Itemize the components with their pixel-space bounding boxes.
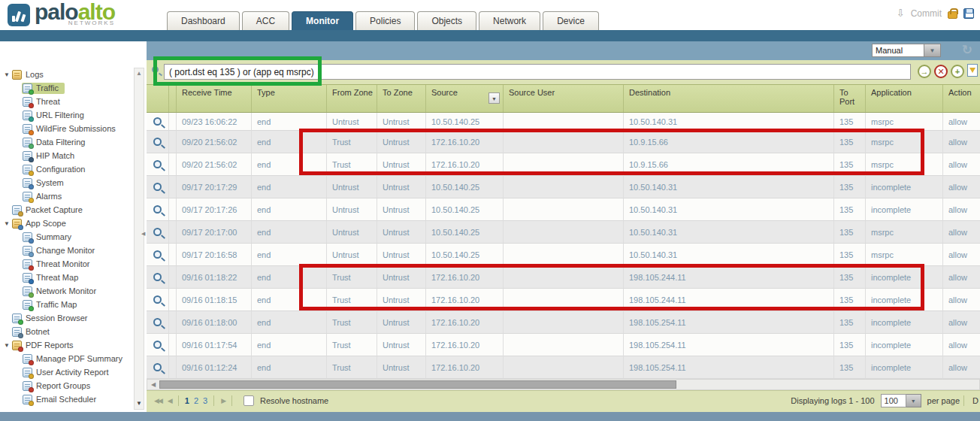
column-header-user[interactable]: Source User	[504, 85, 624, 112]
prev-page-button[interactable]: ◀	[165, 397, 174, 404]
refresh-icon[interactable]: ↻	[962, 42, 972, 58]
sidebar-item-hip-match[interactable]: HIP Match	[0, 149, 134, 162]
sidebar-item-botnet[interactable]: Botnet	[0, 325, 134, 338]
sidebar-item-summary[interactable]: Summary	[0, 230, 134, 244]
sidebar-item-alarms[interactable]: Alarms	[0, 189, 134, 203]
table-row[interactable]: 09/16 01:18:00endTrustUntrust172.16.10.2…	[147, 311, 980, 334]
sidebar-item-logs[interactable]: ▼Logs	[0, 68, 134, 81]
filter-query-input[interactable]	[164, 64, 911, 80]
sidebar-item-threat[interactable]: Threat	[0, 95, 134, 108]
refresh-mode-dropdown[interactable]: Manual ▼	[872, 44, 941, 57]
table-row[interactable]: 09/16 01:18:15endTrustUntrust172.16.10.2…	[147, 289, 980, 311]
tab-monitor[interactable]: Monitor	[292, 11, 353, 30]
add-filter-button[interactable]: +	[951, 65, 964, 78]
tree-expander-icon[interactable]: ▼	[4, 71, 11, 78]
sidebar-item-user-activity-report[interactable]: User Activity Report	[0, 365, 134, 379]
column-header-to[interactable]: To Zone	[377, 85, 426, 112]
table-row[interactable]: 09/17 20:17:26endUntrustUntrust10.50.140…	[147, 198, 980, 221]
sidebar-item-session-browser[interactable]: Session Browser	[0, 311, 134, 325]
sidebar-item-url-filtering[interactable]: URL Filtering	[0, 108, 134, 122]
lock-icon[interactable]	[948, 11, 957, 19]
table-row[interactable]: 09/16 01:18:22endTrustUntrust172.16.10.2…	[147, 266, 980, 289]
log-detail-magnifier-icon[interactable]	[153, 295, 162, 304]
resolve-hostname-checkbox[interactable]	[243, 395, 254, 406]
tab-device[interactable]: Device	[543, 11, 599, 30]
table-row[interactable]: 09/20 21:56:02endTrustUntrust172.16.10.2…	[147, 153, 980, 176]
first-page-button[interactable]: ◀◀	[151, 397, 165, 404]
tab-dashboard[interactable]: Dashboard	[167, 11, 240, 30]
sidebar-item-wildfire-submissions[interactable]: WildFire Submissions	[0, 122, 134, 135]
commit-button[interactable]: Commit	[911, 8, 942, 19]
table-row[interactable]: 09/16 01:12:24endTrustUntrust172.16.10.2…	[147, 356, 980, 379]
sidebar-item-configuration[interactable]: Configuration	[0, 162, 134, 176]
tab-policies[interactable]: Policies	[355, 11, 415, 30]
log-detail-magnifier-icon[interactable]	[153, 363, 162, 371]
scroll-up-icon[interactable]: ▲	[135, 68, 144, 79]
log-detail-magnifier-icon[interactable]	[153, 250, 162, 259]
per-page-value[interactable]: 100	[881, 394, 906, 407]
refresh-mode-value[interactable]: Manual	[872, 44, 924, 57]
log-detail-magnifier-icon[interactable]	[153, 138, 162, 146]
page-link-1[interactable]: 1	[185, 396, 189, 405]
sidebar-item-pdf-reports[interactable]: ▼PDF Reports	[0, 338, 134, 352]
column-header-app[interactable]: Application	[866, 85, 943, 112]
sidebar-item-manage-pdf-summary[interactable]: Manage PDF Summary	[0, 352, 134, 365]
log-detail-magnifier-icon[interactable]	[153, 318, 162, 326]
column-menu-chevron-icon[interactable]: ▼	[488, 92, 500, 104]
save-icon[interactable]	[963, 8, 974, 19]
sidebar-item-change-monitor[interactable]: Change Monitor	[0, 244, 134, 257]
log-detail-magnifier-icon[interactable]	[153, 160, 162, 168]
column-header-action[interactable]: Action	[943, 85, 980, 112]
log-detail-magnifier-icon[interactable]	[153, 205, 162, 214]
log-detail-magnifier-icon[interactable]	[153, 273, 162, 281]
log-detail-magnifier-icon[interactable]	[153, 228, 162, 236]
column-header-src[interactable]: Source▼	[426, 85, 504, 112]
sidebar-item-packet-capture[interactable]: Packet Capture	[0, 203, 134, 217]
sidebar-item-email-scheduler[interactable]: Email Scheduler	[0, 392, 134, 406]
page-link-3[interactable]: 3	[203, 396, 207, 405]
column-header-type[interactable]: Type	[252, 85, 327, 112]
filter-builder-icon[interactable]	[967, 64, 978, 77]
sidebar-collapse-handle[interactable]: ◀	[141, 226, 147, 242]
scrollbar-thumb[interactable]	[159, 380, 676, 389]
table-row[interactable]: 09/17 20:17:00endUntrustUntrust10.50.140…	[147, 221, 980, 244]
sidebar-item-report-groups[interactable]: Report Groups	[0, 379, 134, 392]
column-header-from[interactable]: From Zone	[327, 85, 377, 112]
paloalto-logo: paloalto NETWORKS	[8, 2, 115, 26]
tree-expander-icon[interactable]: ▼	[4, 220, 11, 227]
apply-filter-button[interactable]: →	[918, 65, 931, 78]
per-page-dropdown[interactable]: 100 ▼	[881, 394, 921, 407]
chevron-down-icon[interactable]: ▼	[924, 44, 941, 57]
table-row[interactable]: 09/16 01:17:54endTrustUntrust172.16.10.2…	[147, 334, 980, 356]
column-header-port[interactable]: To Port	[834, 85, 866, 112]
sidebar-item-system[interactable]: System	[0, 176, 134, 189]
sidebar-item-traffic[interactable]: Traffic	[0, 81, 134, 95]
column-header-time[interactable]: Receive Time	[177, 85, 252, 112]
sidebar-item-network-monitor[interactable]: Network Monitor	[0, 284, 134, 298]
table-row[interactable]: 09/20 21:56:02endTrustUntrust172.16.10.2…	[147, 131, 980, 153]
tab-acc[interactable]: ACC	[242, 11, 289, 30]
sidebar-item-app-scope[interactable]: ▼App Scope	[0, 217, 134, 230]
chevron-down-icon[interactable]: ▼	[906, 394, 921, 407]
scroll-down-icon[interactable]: ▼	[135, 398, 144, 409]
sidebar-item-data-filtering[interactable]: Data Filtering	[0, 135, 134, 149]
horizontal-scrollbar[interactable]: ◀	[147, 379, 980, 390]
sidebar-item-threat-monitor[interactable]: Threat Monitor	[0, 257, 134, 271]
tab-objects[interactable]: Objects	[417, 11, 476, 30]
tab-network[interactable]: Network	[479, 11, 540, 30]
sidebar-item-threat-map[interactable]: Threat Map	[0, 271, 134, 284]
clear-filter-button[interactable]: ✕	[934, 65, 948, 78]
scroll-left-icon[interactable]: ◀	[148, 380, 159, 389]
tree-expander-icon[interactable]: ▼	[4, 342, 11, 349]
next-page-button[interactable]: ▶	[218, 397, 228, 404]
log-detail-magnifier-icon[interactable]	[153, 341, 162, 349]
cell-src: 10.50.140.25	[426, 113, 504, 131]
log-detail-magnifier-icon[interactable]	[153, 117, 162, 126]
table-row[interactable]: 09/23 16:06:22endUntrustUntrust10.50.140…	[147, 113, 980, 131]
table-row[interactable]: 09/17 20:16:58endUntrustUntrust10.50.140…	[147, 244, 980, 266]
sidebar-item-traffic-map[interactable]: Traffic Map	[0, 298, 134, 311]
column-header-dst[interactable]: Destination	[624, 85, 834, 112]
log-detail-magnifier-icon[interactable]	[153, 183, 162, 191]
table-row[interactable]: 09/17 20:17:29endUntrustUntrust10.50.140…	[147, 176, 980, 198]
page-link-2[interactable]: 2	[194, 396, 198, 405]
